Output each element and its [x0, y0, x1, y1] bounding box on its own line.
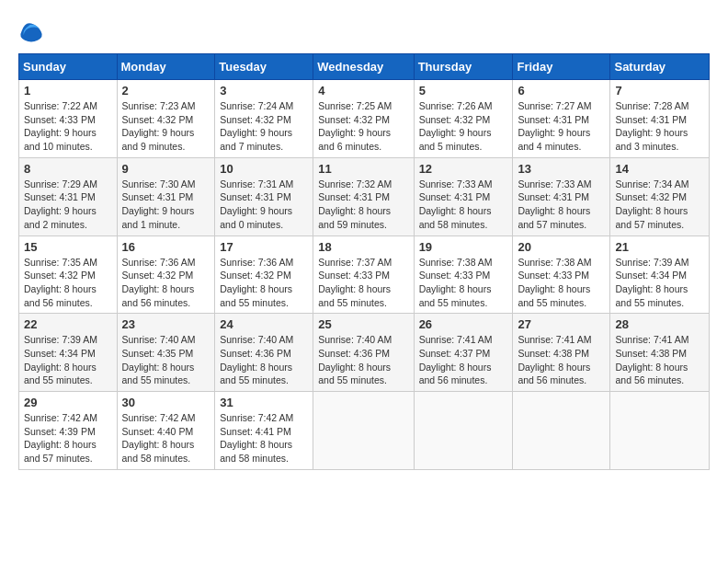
calendar-cell: 24 Sunrise: 7:40 AM Sunset: 4:36 PM Dayl…: [215, 314, 313, 392]
calendar-cell: 13 Sunrise: 7:33 AM Sunset: 4:31 PM Dayl…: [513, 157, 610, 236]
calendar-cell: 14 Sunrise: 7:34 AM Sunset: 4:32 PM Dayl…: [610, 157, 710, 236]
cell-content: Sunrise: 7:28 AM Sunset: 4:31 PM Dayligh…: [615, 99, 704, 154]
day-number: 11: [318, 162, 408, 176]
cell-content: Sunrise: 7:33 AM Sunset: 4:31 PM Dayligh…: [518, 178, 605, 232]
calendar-cell: 17 Sunrise: 7:36 AM Sunset: 4:32 PM Dayl…: [215, 236, 313, 314]
column-header-thursday: Thursday: [414, 54, 513, 80]
page-header: [18, 15, 710, 44]
calendar-week-3: 15 Sunrise: 7:35 AM Sunset: 4:32 PM Dayl…: [19, 236, 710, 314]
day-number: 3: [220, 84, 308, 98]
cell-content: Sunrise: 7:29 AM Sunset: 4:31 PM Dayligh…: [24, 178, 112, 232]
cell-content: Sunrise: 7:40 AM Sunset: 4:36 PM Dayligh…: [220, 333, 308, 387]
calendar-cell: 31 Sunrise: 7:42 AM Sunset: 4:41 PM Dayl…: [215, 392, 313, 470]
calendar-cell: 20 Sunrise: 7:38 AM Sunset: 4:33 PM Dayl…: [513, 236, 610, 314]
day-number: 17: [220, 240, 308, 254]
day-number: 5: [419, 84, 508, 98]
logo-icon: [18, 18, 44, 44]
calendar-cell: 1 Sunrise: 7:22 AM Sunset: 4:33 PM Dayli…: [19, 80, 118, 158]
calendar-cell: 23 Sunrise: 7:40 AM Sunset: 4:35 PM Dayl…: [117, 314, 215, 392]
day-number: 18: [318, 240, 408, 254]
day-number: 31: [220, 396, 308, 409]
day-number: 23: [122, 317, 210, 331]
day-number: 4: [318, 84, 408, 98]
calendar-cell: 6 Sunrise: 7:27 AM Sunset: 4:31 PM Dayli…: [513, 80, 610, 158]
day-number: 20: [518, 240, 605, 254]
day-number: 21: [615, 240, 704, 254]
cell-content: Sunrise: 7:26 AM Sunset: 4:32 PM Dayligh…: [419, 99, 508, 154]
column-header-tuesday: Tuesday: [215, 54, 313, 80]
cell-content: Sunrise: 7:39 AM Sunset: 4:34 PM Dayligh…: [24, 333, 112, 387]
calendar-cell: 25 Sunrise: 7:40 AM Sunset: 4:36 PM Dayl…: [313, 314, 414, 392]
calendar-cell: 18 Sunrise: 7:37 AM Sunset: 4:33 PM Dayl…: [313, 236, 414, 314]
cell-content: Sunrise: 7:38 AM Sunset: 4:33 PM Dayligh…: [518, 256, 605, 310]
cell-content: Sunrise: 7:42 AM Sunset: 4:39 PM Dayligh…: [24, 411, 112, 465]
calendar-cell: 4 Sunrise: 7:25 AM Sunset: 4:32 PM Dayli…: [313, 80, 414, 158]
calendar-cell: 21 Sunrise: 7:39 AM Sunset: 4:34 PM Dayl…: [610, 236, 710, 314]
calendar-cell: 26 Sunrise: 7:41 AM Sunset: 4:37 PM Dayl…: [414, 314, 513, 392]
calendar-cell: 22 Sunrise: 7:39 AM Sunset: 4:34 PM Dayl…: [19, 314, 118, 392]
day-number: 7: [615, 84, 704, 98]
calendar-cell: 3 Sunrise: 7:24 AM Sunset: 4:32 PM Dayli…: [215, 80, 313, 158]
day-number: 24: [220, 317, 308, 331]
calendar-cell: 12 Sunrise: 7:33 AM Sunset: 4:31 PM Dayl…: [414, 157, 513, 236]
column-header-wednesday: Wednesday: [313, 54, 414, 80]
cell-content: Sunrise: 7:22 AM Sunset: 4:33 PM Dayligh…: [24, 99, 112, 154]
cell-content: Sunrise: 7:25 AM Sunset: 4:32 PM Dayligh…: [318, 99, 408, 154]
calendar-cell: [313, 392, 414, 470]
calendar-cell: 19 Sunrise: 7:38 AM Sunset: 4:33 PM Dayl…: [414, 236, 513, 314]
calendar-cell: 15 Sunrise: 7:35 AM Sunset: 4:32 PM Dayl…: [19, 236, 118, 314]
day-number: 22: [24, 317, 112, 331]
cell-content: Sunrise: 7:41 AM Sunset: 4:38 PM Dayligh…: [615, 333, 704, 387]
day-number: 16: [122, 240, 210, 254]
day-number: 1: [24, 84, 112, 98]
cell-content: Sunrise: 7:40 AM Sunset: 4:35 PM Dayligh…: [122, 333, 210, 387]
calendar-cell: 11 Sunrise: 7:32 AM Sunset: 4:31 PM Dayl…: [313, 157, 414, 236]
day-number: 30: [122, 396, 210, 409]
day-number: 14: [615, 162, 704, 176]
day-number: 15: [24, 240, 112, 254]
day-number: 29: [24, 396, 112, 409]
cell-content: Sunrise: 7:42 AM Sunset: 4:41 PM Dayligh…: [220, 411, 308, 465]
calendar-cell: [414, 392, 513, 470]
day-number: 2: [122, 84, 210, 98]
cell-content: Sunrise: 7:32 AM Sunset: 4:31 PM Dayligh…: [318, 178, 408, 232]
day-number: 26: [419, 317, 508, 331]
day-number: 28: [615, 317, 704, 331]
calendar-cell: 10 Sunrise: 7:31 AM Sunset: 4:31 PM Dayl…: [215, 157, 313, 236]
calendar-cell: 9 Sunrise: 7:30 AM Sunset: 4:31 PM Dayli…: [117, 157, 215, 236]
calendar-cell: [513, 392, 610, 470]
calendar-cell: 2 Sunrise: 7:23 AM Sunset: 4:32 PM Dayli…: [117, 80, 215, 158]
cell-content: Sunrise: 7:34 AM Sunset: 4:32 PM Dayligh…: [615, 178, 704, 232]
day-number: 8: [24, 162, 112, 176]
calendar-cell: 30 Sunrise: 7:42 AM Sunset: 4:40 PM Dayl…: [117, 392, 215, 470]
calendar-cell: 8 Sunrise: 7:29 AM Sunset: 4:31 PM Dayli…: [19, 157, 118, 236]
cell-content: Sunrise: 7:37 AM Sunset: 4:33 PM Dayligh…: [318, 256, 408, 310]
calendar-header-row: SundayMondayTuesdayWednesdayThursdayFrid…: [19, 54, 710, 80]
day-number: 19: [419, 240, 508, 254]
calendar-cell: 16 Sunrise: 7:36 AM Sunset: 4:32 PM Dayl…: [117, 236, 215, 314]
day-number: 27: [518, 317, 605, 331]
day-number: 13: [518, 162, 605, 176]
cell-content: Sunrise: 7:23 AM Sunset: 4:32 PM Dayligh…: [122, 99, 210, 154]
column-header-sunday: Sunday: [19, 54, 118, 80]
cell-content: Sunrise: 7:30 AM Sunset: 4:31 PM Dayligh…: [122, 178, 210, 232]
cell-content: Sunrise: 7:42 AM Sunset: 4:40 PM Dayligh…: [122, 411, 210, 465]
cell-content: Sunrise: 7:27 AM Sunset: 4:31 PM Dayligh…: [518, 99, 605, 154]
cell-content: Sunrise: 7:24 AM Sunset: 4:32 PM Dayligh…: [220, 99, 308, 154]
cell-content: Sunrise: 7:40 AM Sunset: 4:36 PM Dayligh…: [318, 333, 408, 387]
calendar-cell: [610, 392, 710, 470]
calendar-cell: 29 Sunrise: 7:42 AM Sunset: 4:39 PM Dayl…: [19, 392, 118, 470]
column-header-friday: Friday: [513, 54, 610, 80]
calendar-cell: 28 Sunrise: 7:41 AM Sunset: 4:38 PM Dayl…: [610, 314, 710, 392]
cell-content: Sunrise: 7:35 AM Sunset: 4:32 PM Dayligh…: [24, 256, 112, 310]
calendar-week-5: 29 Sunrise: 7:42 AM Sunset: 4:39 PM Dayl…: [19, 392, 710, 470]
calendar-cell: 5 Sunrise: 7:26 AM Sunset: 4:32 PM Dayli…: [414, 80, 513, 158]
day-number: 12: [419, 162, 508, 176]
calendar-table: SundayMondayTuesdayWednesdayThursdayFrid…: [18, 53, 710, 470]
calendar-week-4: 22 Sunrise: 7:39 AM Sunset: 4:34 PM Dayl…: [19, 314, 710, 392]
cell-content: Sunrise: 7:41 AM Sunset: 4:37 PM Dayligh…: [419, 333, 508, 387]
day-number: 25: [318, 317, 408, 331]
column-header-saturday: Saturday: [610, 54, 710, 80]
calendar-week-1: 1 Sunrise: 7:22 AM Sunset: 4:33 PM Dayli…: [19, 80, 710, 158]
cell-content: Sunrise: 7:31 AM Sunset: 4:31 PM Dayligh…: [220, 178, 308, 232]
